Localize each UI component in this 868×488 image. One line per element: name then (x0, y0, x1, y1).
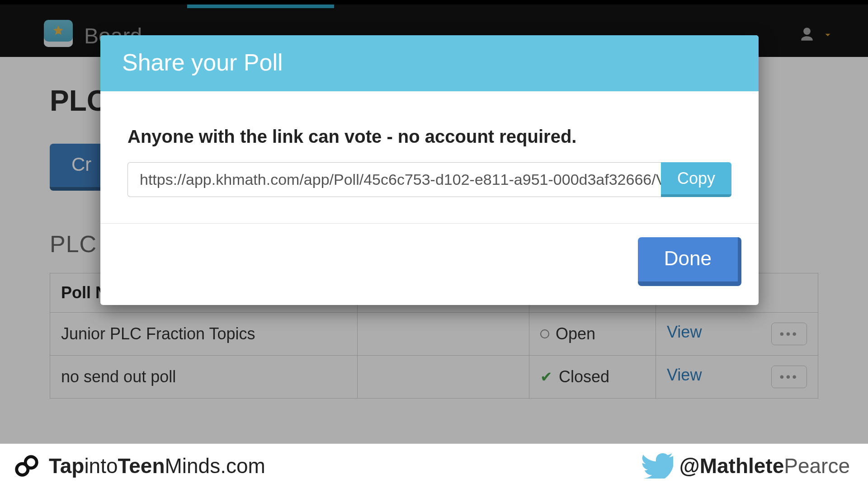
footer-brand: TapintoTeenMinds.com @MathletePearce (0, 444, 868, 488)
twitter-icon (642, 453, 673, 479)
brand-right: @MathletePearce (642, 453, 850, 479)
handle-at: @ (679, 454, 700, 478)
share-url-input[interactable]: https://app.khmath.com/app/Poll/45c6c753… (127, 162, 661, 197)
brand-word-minds: Minds (165, 454, 221, 478)
brand-word-dotcom: .com (220, 454, 265, 478)
brand-word-into: into (84, 454, 118, 478)
modal-title: Share your Poll (100, 35, 759, 91)
link-icon (13, 452, 41, 480)
share-poll-modal: Share your Poll Anyone with the link can… (100, 35, 759, 305)
brand-word-tap: Tap (49, 454, 84, 478)
svg-point-1 (25, 457, 37, 468)
modal-subtitle: Anyone with the link can vote - no accou… (127, 127, 731, 147)
handle-first: Mathlete (700, 454, 784, 478)
done-button[interactable]: Done (638, 237, 741, 286)
handle-last: Pearce (784, 454, 850, 478)
brand-word-teen: Teen (118, 454, 165, 478)
copy-button[interactable]: Copy (661, 162, 731, 197)
share-url-row: https://app.khmath.com/app/Poll/45c6c753… (127, 162, 731, 197)
brand-left: TapintoTeenMinds.com (13, 452, 265, 480)
